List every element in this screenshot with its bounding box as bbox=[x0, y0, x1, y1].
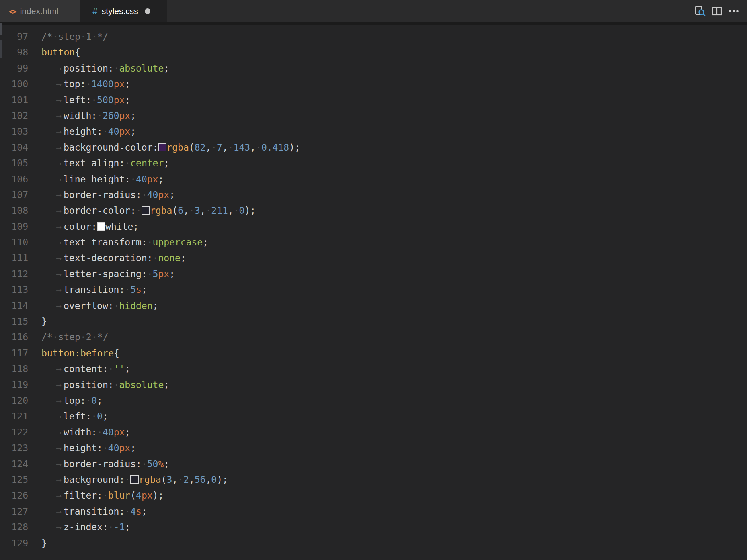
code-line[interactable]: 119→position:·absolute; bbox=[0, 377, 747, 393]
line-content: →top:·1400px; bbox=[41, 79, 130, 89]
token-num: 40 bbox=[108, 126, 119, 137]
html-angle-brackets-icon: <> bbox=[9, 7, 16, 16]
token-prop: , bbox=[189, 474, 195, 485]
color-preview-swatch bbox=[158, 143, 166, 151]
line-content: →height:·40px; bbox=[41, 443, 136, 453]
tab-index-html[interactable]: <> index.html bbox=[0, 0, 80, 22]
token-prop: border-radius: bbox=[64, 459, 142, 469]
token-num: 211 bbox=[211, 205, 228, 216]
tab-label-styles-css: styles.css bbox=[102, 6, 138, 16]
token-prop: left: bbox=[64, 95, 91, 105]
line-number: 102 bbox=[0, 108, 28, 124]
token-fn: rgba bbox=[139, 474, 161, 485]
code-line[interactable]: 128→z-index:·-1; bbox=[0, 519, 747, 535]
code-line[interactable]: 129} bbox=[0, 535, 747, 551]
more-actions-button[interactable] bbox=[725, 0, 742, 22]
code-line[interactable]: 113→transition:·5s; bbox=[0, 282, 747, 298]
code-editor[interactable]: 97/*·step·1·*/98button{99→position:·abso… bbox=[0, 25, 747, 560]
line-content: →z-index:·-1; bbox=[41, 522, 130, 532]
token-prop: text-decoration: bbox=[64, 253, 153, 263]
code-line[interactable]: 125→background:·rgba(3,·2,56,0); bbox=[0, 472, 747, 488]
tab-whitespace-arrow: → bbox=[41, 456, 64, 472]
code-line[interactable]: 114→overflow:·hidden; bbox=[0, 298, 747, 314]
line-number: 107 bbox=[0, 187, 28, 203]
code-line[interactable]: 105→text-align:·center; bbox=[0, 155, 747, 171]
split-editor-button[interactable] bbox=[708, 0, 725, 22]
code-line[interactable]: 112→letter-spacing:·5px; bbox=[0, 266, 747, 282]
line-content: →left:·0; bbox=[41, 411, 108, 421]
code-line[interactable]: 123→height:·40px; bbox=[0, 440, 747, 456]
token-prop: height: bbox=[64, 443, 103, 453]
line-number: 119 bbox=[0, 377, 28, 393]
code-line[interactable]: 106→line-height:·40px; bbox=[0, 172, 747, 187]
token-prop: ; bbox=[125, 364, 130, 374]
code-line[interactable]: 122→width:·40px; bbox=[0, 425, 747, 440]
token-prop: ; bbox=[103, 411, 108, 421]
token-sel: button:before bbox=[41, 348, 114, 358]
line-number: 110 bbox=[0, 235, 28, 250]
token-prop: ; bbox=[158, 174, 164, 184]
line-number: 108 bbox=[0, 203, 28, 219]
space-whitespace-dot: · bbox=[97, 110, 103, 121]
token-prop: ; bbox=[203, 237, 208, 247]
tab-styles-css[interactable]: # styles.css bbox=[80, 0, 167, 22]
token-comment: */ bbox=[97, 332, 109, 342]
tab-whitespace-arrow: → bbox=[41, 155, 64, 171]
token-prop: width: bbox=[64, 427, 97, 437]
tab-whitespace-arrow: → bbox=[41, 266, 64, 282]
token-kw: hidden bbox=[119, 300, 152, 311]
space-whitespace-dot: · bbox=[205, 205, 211, 216]
code-line[interactable]: 104→background-color:rgba(82,·7,·143,·0.… bbox=[0, 140, 747, 155]
code-line[interactable]: 101→left:·500px; bbox=[0, 92, 747, 108]
code-line[interactable]: 102→width:·260px; bbox=[0, 108, 747, 124]
space-whitespace-dot: · bbox=[130, 174, 136, 184]
code-line[interactable]: 110→text-transform:·uppercase; bbox=[0, 235, 747, 250]
open-preview-button[interactable] bbox=[692, 0, 708, 22]
space-whitespace-dot: · bbox=[103, 126, 108, 137]
code-line[interactable]: 127→transition:·4s; bbox=[0, 504, 747, 519]
token-prop: , bbox=[222, 142, 228, 153]
token-num: 40 bbox=[103, 427, 114, 437]
token-prop: position: bbox=[64, 63, 114, 74]
code-line[interactable]: 111→text-decoration:·none; bbox=[0, 250, 747, 266]
code-line[interactable]: 97/*·step·1·*/ bbox=[0, 29, 747, 45]
line-number: 97 bbox=[0, 29, 28, 45]
code-line[interactable]: 116/*·step·2·*/ bbox=[0, 329, 747, 345]
code-line[interactable]: 108→border-color:·rgba(6,·3,·211,·0); bbox=[0, 203, 747, 219]
token-comment: step bbox=[58, 31, 80, 42]
token-str: '' bbox=[114, 364, 125, 374]
code-line[interactable]: 126→filter:·blur(4px); bbox=[0, 488, 747, 503]
code-line[interactable]: 107→border-radius:·40px; bbox=[0, 187, 747, 203]
token-prop: ; bbox=[130, 110, 136, 121]
code-area[interactable]: 97/*·step·1·*/98button{99→position:·abso… bbox=[0, 29, 747, 551]
token-prop: ); bbox=[217, 474, 228, 485]
token-prop: ; bbox=[125, 522, 130, 532]
color-preview-swatch bbox=[97, 222, 105, 231]
code-line[interactable]: 98button{ bbox=[0, 45, 747, 60]
line-number: 114 bbox=[0, 298, 28, 314]
token-sel: button bbox=[41, 47, 75, 57]
code-line[interactable]: 117button:before{ bbox=[0, 345, 747, 361]
line-number: 117 bbox=[0, 345, 28, 361]
line-content: button:before{ bbox=[41, 348, 119, 358]
token-prop: ; bbox=[142, 506, 147, 517]
tab-whitespace-arrow: → bbox=[41, 61, 64, 76]
code-line[interactable]: 115} bbox=[0, 314, 747, 329]
code-line[interactable]: 109→color:white; bbox=[0, 219, 747, 235]
token-kw: uppercase bbox=[153, 237, 203, 247]
token-prop: , bbox=[183, 205, 189, 216]
token-prop: ; bbox=[153, 300, 158, 311]
code-line[interactable]: 118→content:·''; bbox=[0, 361, 747, 377]
code-line[interactable]: 103→height:·40px; bbox=[0, 124, 747, 139]
code-line[interactable]: 100→top:·1400px; bbox=[0, 76, 747, 92]
left-edge-decoration-1 bbox=[0, 23, 2, 35]
code-line[interactable]: 121→left:·0; bbox=[0, 409, 747, 424]
space-whitespace-dot: · bbox=[114, 300, 119, 311]
code-line[interactable]: 124→border-radius:·50%; bbox=[0, 456, 747, 472]
code-line[interactable]: 120→top:·0; bbox=[0, 393, 747, 409]
code-line[interactable]: 99→position:·absolute; bbox=[0, 61, 747, 76]
line-number: 122 bbox=[0, 425, 28, 440]
token-num: 0 bbox=[91, 395, 97, 406]
token-comment: 1 bbox=[86, 31, 92, 42]
line-number: 129 bbox=[0, 535, 28, 551]
